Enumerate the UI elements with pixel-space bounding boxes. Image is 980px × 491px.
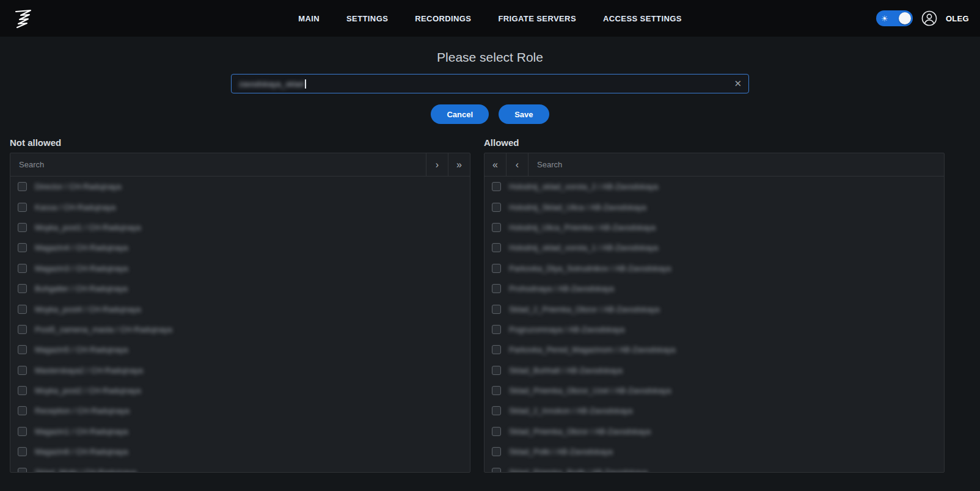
not-allowed-panel: › » Director / CH-RadujnayaKassa / CH-Ra…: [10, 153, 470, 473]
camera-checkbox[interactable]: [492, 182, 501, 191]
camera-list-item[interactable]: Magazin1 / CH-Radujnaya: [10, 421, 470, 442]
allowed-camera-list: Holodnij_sklad_vorota_2 / AB-ZavodskayaH…: [485, 176, 944, 473]
username: OLEG: [946, 14, 969, 23]
camera-label: Parkovka_Pered_Magazinom / AB-Zavodskaya: [509, 345, 675, 354]
camera-checkbox[interactable]: [492, 203, 501, 212]
camera-checkbox[interactable]: [18, 366, 27, 375]
camera-list-item[interactable]: Sklad_2_Innokon / AB-Zavodskaya: [485, 401, 944, 421]
camera-checkbox[interactable]: [492, 305, 501, 314]
camera-list-item[interactable]: Prohodnaya / AB-Zavodskaya: [485, 278, 944, 299]
camera-list-item[interactable]: Sklad_Priemka_Bodb / AB-Zavodskaya: [485, 462, 944, 473]
toggle-knob: [899, 12, 911, 24]
theme-toggle[interactable]: ☀: [876, 10, 913, 26]
move-selected-right-button[interactable]: ›: [426, 153, 448, 176]
camera-list-item[interactable]: Sklad_Priemka_Obzor / AB-Zavodskaya: [485, 421, 944, 442]
camera-checkbox[interactable]: [18, 468, 27, 473]
camera-list-item[interactable]: Parkovka_Pered_Magazinom / AB-Zavodskaya: [485, 340, 944, 360]
move-all-left-button[interactable]: «: [485, 153, 506, 176]
camera-checkbox[interactable]: [492, 345, 501, 354]
camera-checkbox[interactable]: [492, 468, 501, 473]
camera-list-item[interactable]: Magazin5 / CH-Radujnaya: [10, 340, 470, 360]
nav-access-settings[interactable]: ACCESS SETTINGS: [603, 14, 682, 23]
camera-checkbox[interactable]: [18, 264, 27, 273]
camera-label: Pogruzomnaya / AB-Zavodskaya: [509, 325, 624, 334]
not-allowed-search-input[interactable]: [10, 153, 426, 176]
user-avatar-button[interactable]: [921, 10, 937, 26]
camera-checkbox[interactable]: [492, 325, 501, 334]
camera-label: Holodnij_Sklad_Ulica / AB-Zavodskaya: [509, 203, 646, 212]
camera-checkbox[interactable]: [492, 406, 501, 415]
camera-list-item[interactable]: Post5_zamena_masla / CH-Radujnaya: [10, 319, 470, 340]
camera-list-item[interactable]: Moyka_post4 / CH-Radujnaya: [10, 299, 470, 319]
camera-checkbox[interactable]: [492, 243, 501, 252]
role-name-input[interactable]: zavodskaya_sklad: [231, 74, 749, 93]
camera-label: Magazin1 / CH-Radujnaya: [35, 427, 128, 436]
nav-recordings[interactable]: RECORDINGS: [415, 14, 471, 23]
camera-checkbox[interactable]: [18, 223, 27, 232]
top-navbar: MAIN SETTINGS RECORDINGS FRIGATE SERVERS…: [0, 0, 980, 37]
camera-label: Buhgalter / CH-Radujnaya: [35, 284, 128, 293]
camera-list-item[interactable]: Holodnij_Ulica_Priemka / AB-Zavodskaya: [485, 217, 944, 238]
nav-frigate-servers[interactable]: FRIGATE SERVERS: [498, 14, 576, 23]
camera-list-item[interactable]: Kassa / CH-Radujnaya: [10, 197, 470, 217]
page-title: Please select Role: [0, 50, 980, 65]
camera-checkbox[interactable]: [18, 284, 27, 293]
camera-checkbox[interactable]: [18, 427, 27, 436]
camera-checkbox[interactable]: [492, 447, 501, 456]
save-button[interactable]: Save: [499, 104, 549, 124]
camera-checkbox[interactable]: [18, 345, 27, 354]
camera-list-item[interactable]: Moyka_post1 / CH-Radujnaya: [10, 217, 470, 238]
camera-list-item[interactable]: Buhgalter / CH-Radujnaya: [10, 278, 470, 299]
camera-checkbox[interactable]: [492, 427, 501, 436]
transfer-panels: Not allowed › » Director / CH-RadujnayaK…: [0, 137, 980, 473]
allowed-toolbar: « ‹: [485, 153, 944, 176]
nav-settings[interactable]: SETTINGS: [346, 14, 388, 23]
camera-list-item[interactable]: Sklad_Buhhalt / AB-Zavodskaya: [485, 360, 944, 380]
camera-list-item[interactable]: Parkovka_Dlya_Sotrudnikov / AB-Zavodskay…: [485, 258, 944, 278]
frigate-bird-icon: [12, 7, 35, 30]
camera-label: Sklad_Polki / AB-Zavodskaya: [509, 447, 613, 456]
camera-list-item[interactable]: Sklad_Priemka_Obzor_Uzel / AB-Zavodskaya: [485, 380, 944, 401]
allowed-search-input[interactable]: [528, 153, 944, 176]
camera-list-item[interactable]: Magazin4 / CH-Radujnaya: [10, 238, 470, 258]
camera-list-item[interactable]: Holodnij_sklad_vorota_2 / AB-Zavodskaya: [485, 176, 944, 197]
allowed-panel: « ‹ Holodnij_sklad_vorota_2 / AB-Zavodsk…: [484, 153, 945, 473]
camera-label: Magazin6 / CH-Radujnaya: [35, 447, 128, 456]
camera-checkbox[interactable]: [18, 386, 27, 395]
camera-checkbox[interactable]: [492, 366, 501, 375]
camera-checkbox[interactable]: [18, 325, 27, 334]
camera-label: Parkovka_Dlya_Sotrudnikov / AB-Zavodskay…: [509, 264, 671, 273]
camera-checkbox[interactable]: [492, 264, 501, 273]
cancel-button[interactable]: Cancel: [431, 104, 489, 124]
camera-list-item[interactable]: Holodnij_sklad_vorota_1 / AB-Zavodskaya: [485, 238, 944, 258]
camera-checkbox[interactable]: [492, 386, 501, 395]
app-logo[interactable]: [11, 5, 37, 31]
camera-checkbox[interactable]: [18, 203, 27, 212]
camera-list-item[interactable]: Sklad_Polki / AB-Zavodskaya: [485, 442, 944, 462]
camera-list-item[interactable]: Masterskaya2 / CH-Radujnaya: [10, 360, 470, 380]
not-allowed-camera-list: Director / CH-RadujnayaKassa / CH-Radujn…: [10, 176, 470, 473]
nav-main[interactable]: MAIN: [298, 14, 320, 23]
camera-checkbox[interactable]: [492, 223, 501, 232]
camera-list-item[interactable]: Sklad_2_Priemka_Obzor / AB-Zavodskaya: [485, 299, 944, 319]
main-nav: MAIN SETTINGS RECORDINGS FRIGATE SERVERS…: [298, 0, 682, 37]
camera-checkbox[interactable]: [492, 284, 501, 293]
camera-checkbox[interactable]: [18, 243, 27, 252]
camera-label: Post5_zamena_masla / CH-Radujnaya: [35, 325, 172, 334]
camera-checkbox[interactable]: [18, 305, 27, 314]
clear-input-button[interactable]: ✕: [731, 77, 744, 90]
camera-list-item[interactable]: Holodnij_Sklad_Ulica / AB-Zavodskaya: [485, 197, 944, 217]
move-all-right-button[interactable]: »: [448, 153, 470, 176]
camera-checkbox[interactable]: [18, 406, 27, 415]
camera-checkbox[interactable]: [18, 447, 27, 456]
camera-list-item[interactable]: Reception / CH-Radujnaya: [10, 401, 470, 421]
camera-list-item[interactable]: Pogruzomnaya / AB-Zavodskaya: [485, 319, 944, 340]
camera-list-item[interactable]: Sklad_Mojki / CH-Radujnaya: [10, 462, 470, 473]
camera-checkbox[interactable]: [18, 182, 27, 191]
camera-list-item[interactable]: Moyka_post2 / CH-Radujnaya: [10, 380, 470, 401]
camera-list-item[interactable]: Magazin3 / CH-Radujnaya: [10, 258, 470, 278]
camera-list-item[interactable]: Magazin6 / CH-Radujnaya: [10, 442, 470, 462]
move-selected-left-button[interactable]: ‹: [506, 153, 528, 176]
camera-list-item[interactable]: Director / CH-Radujnaya: [10, 176, 470, 197]
role-name-value: zavodskaya_sklad: [239, 79, 304, 89]
